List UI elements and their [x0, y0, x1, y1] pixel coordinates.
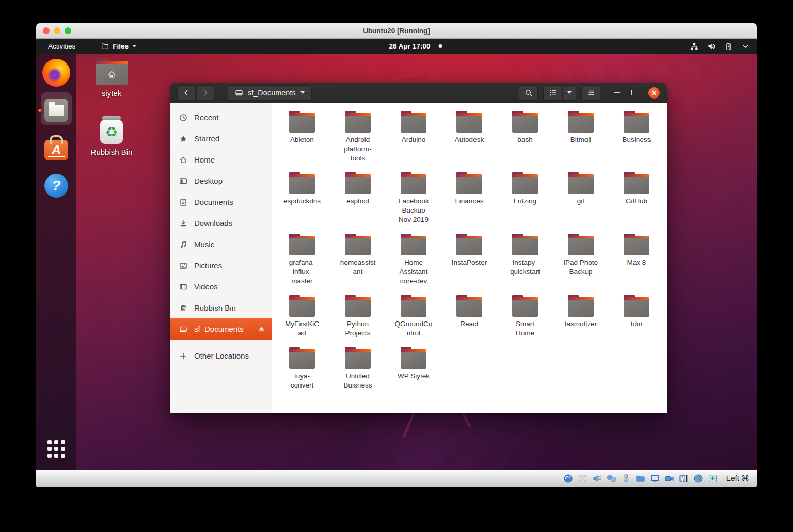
folder-item-react[interactable]: React — [441, 295, 497, 329]
folder-icon — [568, 111, 594, 133]
folder-item-instapy-quickstart[interactable]: instapy-quickstart — [497, 234, 553, 277]
dock-item-firefox[interactable] — [36, 54, 76, 91]
keyboard-icon[interactable] — [708, 473, 718, 483]
folder-icon — [289, 347, 315, 369]
close-button[interactable] — [648, 87, 660, 99]
home-folder-icon — [96, 58, 128, 85]
folder-item-python-projects[interactable]: PythonProjects — [330, 295, 386, 338]
sidebar-item-pictures[interactable]: Pictures — [170, 255, 272, 276]
network-icon[interactable] — [607, 473, 617, 483]
minimize-button[interactable] — [614, 92, 620, 93]
folder-label: iPad PhotoBackup — [564, 258, 598, 277]
files-icon — [44, 99, 68, 122]
sidebar-item-downloads[interactable]: Downloads — [170, 213, 272, 234]
hard-disks-icon[interactable] — [563, 473, 574, 483]
folder-label: Max 8 — [627, 258, 646, 267]
desktop-icon-siytek[interactable]: siytek — [82, 58, 141, 98]
usb-icon[interactable] — [621, 473, 631, 483]
dock-item-help[interactable]: ? — [36, 167, 76, 204]
folder-item-android-platform-tools[interactable]: Androidplatform-tools — [330, 111, 386, 163]
folder-item-home-assistant-core-dev[interactable]: HomeAssistantcore-dev — [386, 234, 441, 286]
folder-label: Bitmoji — [570, 135, 592, 144]
folder-item-max-8[interactable]: Max 8 — [609, 234, 664, 267]
dock-item-files[interactable] — [36, 91, 76, 129]
desktop-icon-rubbish-bin[interactable]: ♻ Rubbish Bin — [82, 116, 141, 156]
folder-icon — [289, 111, 315, 133]
dock: A? — [36, 54, 76, 470]
folder-item-tasmotizer[interactable]: tasmotizer — [553, 295, 609, 329]
sidebar-item-home[interactable]: Home — [170, 149, 272, 170]
clock-button[interactable]: 26 Apr 17:00 — [389, 42, 442, 50]
display-icon[interactable] — [650, 473, 660, 483]
folder-item-finances[interactable]: Finances — [441, 172, 497, 206]
mouse-integration-icon[interactable] — [693, 473, 704, 483]
folder-item-git[interactable]: git — [553, 172, 609, 206]
folder-item-instaposter[interactable]: InstaPoster — [441, 234, 497, 267]
recording-icon[interactable] — [664, 473, 675, 483]
traffic-close-button[interactable] — [43, 27, 50, 34]
system-indicators[interactable] — [690, 42, 750, 51]
sidebar-item-music[interactable]: Music — [170, 234, 272, 255]
folder-item-esptool[interactable]: esptool — [330, 172, 386, 206]
path-button[interactable]: sf_Documents — [228, 85, 312, 101]
folder-item-homeassistant[interactable]: homeassistant — [330, 234, 386, 277]
sidebar-item-label: sf_Documents — [194, 325, 251, 333]
maximize-button[interactable] — [631, 90, 637, 95]
app-menu-button[interactable]: Files — [101, 42, 136, 50]
folder-item-facebook-backup-nov-2019[interactable]: FacebookBackupNov 2019 — [386, 172, 441, 224]
folder-item-espduckdns[interactable]: espduckdns — [274, 172, 330, 206]
menu-button[interactable] — [581, 85, 600, 101]
sidebar-item-other-locations[interactable]: Other Locations — [170, 345, 272, 366]
list-view-button[interactable] — [543, 85, 562, 101]
traffic-minimize-button[interactable] — [54, 27, 60, 34]
sidebar-item-videos[interactable]: Videos — [170, 276, 272, 297]
folder-item-wp-siytek[interactable]: WP Siytek — [386, 347, 441, 381]
activities-button[interactable]: Activities — [48, 42, 75, 50]
folder-item-business[interactable]: Business — [609, 111, 664, 144]
dock-item-ubuntu-software[interactable]: A — [36, 129, 76, 167]
folder-item-tdm[interactable]: tdm — [609, 295, 664, 329]
sidebar-item-starred[interactable]: Starred — [170, 128, 272, 149]
folder-icon — [456, 172, 482, 194]
folder-item-tuya-convert[interactable]: tuya-convert — [274, 347, 330, 390]
folder-item-untitled-buisness[interactable]: UntitledBuisness — [330, 347, 386, 390]
view-options-button[interactable] — [562, 85, 576, 101]
sidebar-item-label: Pictures — [194, 261, 265, 270]
show-applications-button[interactable] — [36, 432, 76, 465]
download-icon — [179, 219, 187, 228]
shared-folders-icon[interactable] — [636, 473, 646, 483]
files-folder-icon — [101, 42, 109, 50]
sidebar-item-rubbish-bin[interactable]: Rubbish Bin — [170, 297, 272, 318]
plus-icon — [179, 352, 187, 360]
sidebar-item-documents[interactable]: Documents — [170, 191, 272, 213]
back-button[interactable] — [177, 85, 195, 101]
traffic-zoom-button[interactable] — [65, 27, 71, 34]
folder-item-ableton[interactable]: Ableton — [274, 111, 330, 144]
folder-item-grafana-influx-master[interactable]: grafana-influx-master — [274, 234, 330, 286]
folder-item-smart-home[interactable]: SmartHome — [497, 295, 553, 338]
sidebar-item-recent[interactable]: Recent — [170, 107, 272, 128]
folder-item-bitmoji[interactable]: Bitmoji — [553, 111, 609, 144]
features-icon[interactable] — [679, 473, 689, 483]
forward-button[interactable] — [196, 85, 214, 101]
folder-item-fritzing[interactable]: Fritzing — [497, 172, 553, 206]
sidebar-item-label: Recent — [194, 113, 265, 122]
eject-icon[interactable] — [258, 325, 265, 333]
sidebar-item-label: Downloads — [194, 219, 265, 228]
folder-item-myfirstkicad[interactable]: MyFirstKiCad — [274, 295, 330, 338]
folder-item-arduino[interactable]: Arduino — [386, 111, 441, 144]
audio-icon[interactable] — [592, 473, 602, 483]
folder-item-qgroundcontrol[interactable]: QGroundControl — [386, 295, 441, 338]
folder-item-bash[interactable]: bash — [497, 111, 553, 144]
firefox-icon — [42, 59, 70, 87]
search-button[interactable] — [519, 85, 538, 101]
optical-drives-icon[interactable] — [578, 473, 588, 483]
folder-icon — [289, 295, 315, 317]
folder-item-github[interactable]: GitHub — [609, 172, 664, 206]
sidebar-item-desktop[interactable]: Desktop — [170, 170, 272, 191]
folder-item-autodesk[interactable]: Autodesk — [441, 111, 497, 144]
folder-icon — [289, 234, 315, 255]
sidebar-item-sf-documents[interactable]: sf_Documents — [170, 318, 272, 340]
folder-item-ipad-photo-backup[interactable]: iPad PhotoBackup — [553, 234, 609, 277]
app-grid-icon — [47, 440, 65, 458]
